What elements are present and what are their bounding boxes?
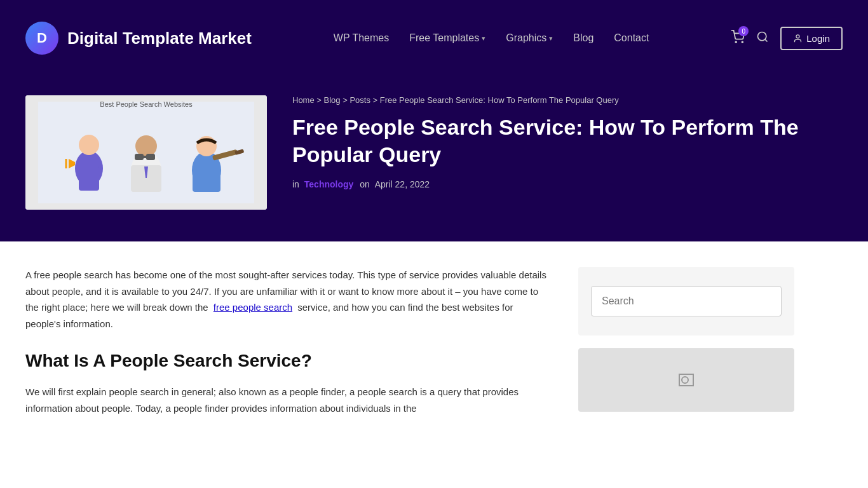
chevron-down-icon: ▾: [549, 34, 553, 43]
breadcrumb: Home > Blog > Posts > Free People Search…: [292, 95, 843, 105]
sidebar-image-widget: [578, 348, 794, 412]
hero-content: Home > Blog > Posts > Free People Search…: [292, 95, 843, 189]
nav-item-contact[interactable]: Contact: [614, 32, 649, 44]
article-body: A free people search has become one of t…: [25, 267, 578, 416]
login-button[interactable]: Login: [780, 27, 843, 50]
nav-label-free-templates: Free Templates: [409, 32, 479, 44]
logo-letter: D: [37, 30, 47, 46]
svg-point-1: [742, 41, 743, 43]
login-label: Login: [806, 33, 830, 44]
article-meta: in Technology on April 22, 2022: [292, 179, 843, 189]
illustration-svg: [38, 102, 254, 203]
article-date: April 22, 2022: [375, 179, 430, 189]
search-icon: [756, 30, 769, 43]
main-nav: WP Themes Free Templates ▾ Graphics ▾ Bl…: [334, 32, 649, 44]
nav-label-contact: Contact: [614, 32, 649, 44]
featured-image: Best People Search Websites: [25, 95, 267, 210]
nav-label-graphics: Graphics: [506, 32, 546, 44]
hero-section: Best People Search Websites: [0, 76, 868, 241]
sidebar-search-widget: [578, 267, 794, 336]
free-people-search-link[interactable]: free people search: [214, 302, 292, 313]
sidebar-image-placeholder: [578, 348, 794, 412]
svg-line-3: [765, 39, 768, 41]
article-intro: A free people search has become one of t…: [25, 267, 546, 332]
nav-item-blog[interactable]: Blog: [573, 32, 593, 44]
svg-point-2: [758, 32, 766, 40]
logo-area[interactable]: D Digital Template Market: [25, 22, 252, 55]
logo-icon: D: [25, 22, 58, 55]
nav-item-graphics[interactable]: Graphics ▾: [506, 32, 553, 44]
nav-item-free-templates[interactable]: Free Templates ▾: [409, 32, 485, 44]
article-title: Free People Search Service: How To Perfo…: [292, 114, 843, 168]
breadcrumb-current: Free People Search Service: How To Perfo…: [380, 95, 619, 105]
svg-rect-14: [135, 154, 144, 160]
svg-point-12: [135, 135, 157, 157]
cart-badge: 0: [738, 26, 749, 36]
chevron-down-icon: ▾: [482, 34, 485, 43]
meta-on: on: [360, 179, 370, 189]
svg-point-7: [79, 135, 99, 155]
sidebar: [578, 267, 794, 416]
article-category[interactable]: Technology: [304, 179, 354, 189]
site-header: D Digital Template Market WP Themes Free…: [0, 0, 868, 76]
nav-item-wp-themes[interactable]: WP Themes: [334, 32, 389, 44]
svg-rect-8: [79, 165, 99, 191]
nav-label-blog: Blog: [573, 32, 593, 44]
svg-rect-19: [193, 165, 220, 192]
breadcrumb-posts[interactable]: Posts: [349, 95, 370, 105]
search-icon-button[interactable]: [756, 30, 769, 46]
illustration-label: Best People Search Websites: [100, 100, 192, 108]
search-input[interactable]: [591, 286, 782, 316]
illustration: Best People Search Websites: [25, 95, 267, 210]
svg-point-4: [796, 34, 799, 37]
svg-point-0: [736, 41, 737, 43]
breadcrumb-home[interactable]: Home: [292, 95, 315, 105]
svg-rect-16: [142, 156, 147, 158]
cart-button[interactable]: 0: [731, 30, 745, 46]
meta-in: in: [292, 179, 299, 189]
user-icon: [793, 34, 803, 43]
nav-label-wp-themes: WP Themes: [334, 32, 389, 44]
breadcrumb-blog[interactable]: Blog: [324, 95, 341, 105]
section1-para: We will first explain people search in g…: [25, 384, 546, 416]
section1-heading: What Is A People Search Service?: [25, 351, 546, 371]
broken-image-icon: [679, 374, 694, 386]
main-content: A free people search has become one of t…: [0, 241, 868, 416]
header-actions: 0 Login: [731, 27, 843, 50]
svg-rect-15: [146, 154, 155, 160]
site-title: Digital Template Market: [67, 29, 252, 48]
